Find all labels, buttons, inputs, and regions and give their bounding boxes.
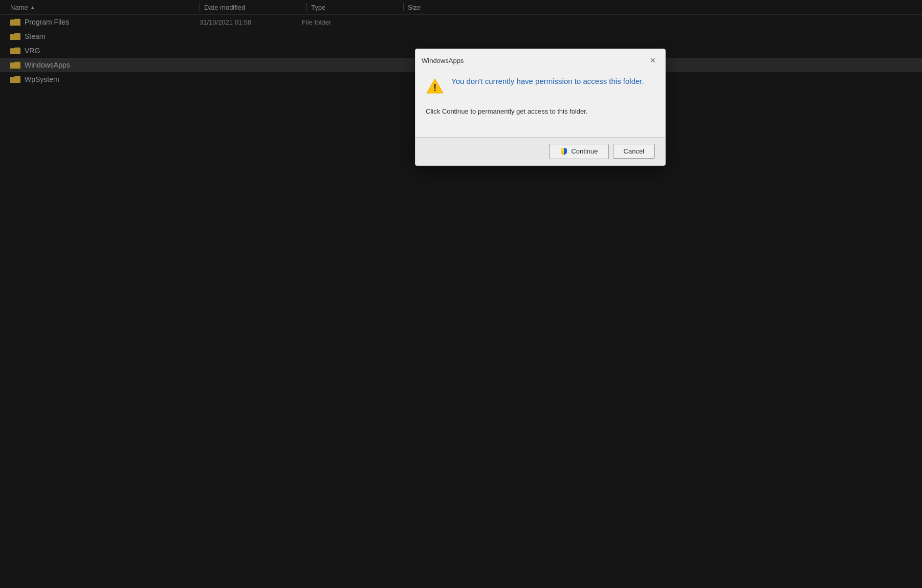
dialog-description: Click Continue to permanently get access…	[426, 106, 655, 117]
dialog-footer: Continue Cancel	[415, 137, 665, 165]
dialog-close-button[interactable]: ✕	[647, 54, 659, 67]
cancel-label: Cancel	[624, 147, 644, 155]
uac-shield-icon	[560, 147, 568, 156]
warning-icon: !	[426, 77, 444, 97]
continue-label: Continue	[571, 147, 598, 155]
file-explorer: Name ▲ Date modified Type Size Program F…	[0, 0, 922, 588]
continue-button[interactable]: Continue	[549, 144, 608, 159]
dialog-warning-title: You don't currently have permission to a…	[451, 76, 644, 86]
dialog-title: WindowsApps	[422, 57, 464, 64]
close-icon: ✕	[650, 56, 656, 64]
svg-text:!: !	[433, 82, 437, 93]
modal-overlay: WindowsApps ✕ ! You don't currently have…	[0, 0, 922, 588]
permission-dialog: WindowsApps ✕ ! You don't currently have…	[415, 49, 666, 166]
dialog-warning-row: ! You don't currently have permission to…	[426, 76, 655, 97]
dialog-titlebar: WindowsApps ✕	[415, 49, 665, 70]
dialog-body: ! You don't currently have permission to…	[415, 70, 665, 137]
cancel-button[interactable]: Cancel	[613, 144, 655, 159]
